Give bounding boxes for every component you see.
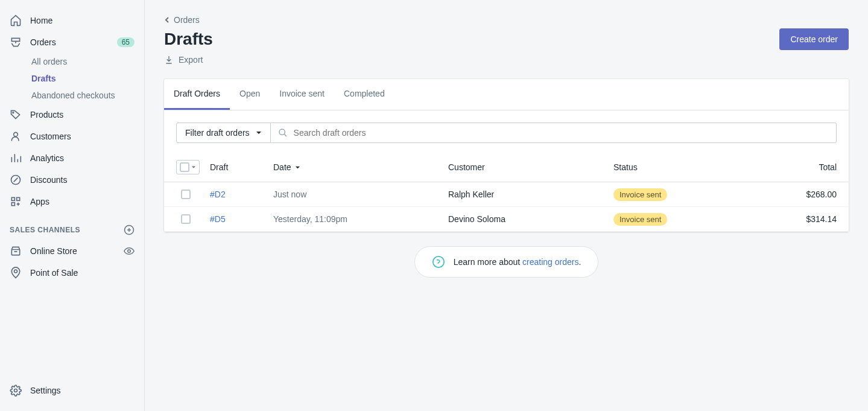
subnav-drafts[interactable]: Drafts [0,70,144,87]
nav-apps[interactable]: Apps [0,191,144,212]
breadcrumb[interactable]: Orders [164,15,200,25]
nav-products-label: Products [30,110,63,119]
main-content: Orders Drafts Create order Export Draft … [145,0,868,411]
tab-completed[interactable]: Completed [334,79,394,110]
page-title: Drafts [164,30,213,49]
search-wrap [271,123,837,143]
discount-icon [10,174,22,186]
export-button[interactable]: Export [164,55,203,65]
nav-analytics-label: Analytics [30,153,64,163]
breadcrumb-label: Orders [174,15,200,25]
svg-point-7 [128,250,131,253]
nav-home[interactable]: Home [0,10,144,31]
table-row[interactable]: #D2Just nowRalph KellerInvoice sent$268.… [164,182,849,207]
download-icon [164,55,174,65]
nav-discounts-label: Discounts [30,175,67,185]
table-header: Draft Date Customer Status Total [164,153,849,182]
plus-icon[interactable] [124,225,135,235]
header-date-label: Date [273,162,291,172]
nav-analytics[interactable]: Analytics [0,147,144,169]
sales-channels-label: SALES CHANNELS [10,226,80,234]
customer-value: Devino Soloma [448,214,613,224]
nav-settings[interactable]: Settings [0,380,144,401]
caret-down-icon [256,130,262,136]
tab-invoice-sent[interactable]: Invoice sent [270,79,334,110]
svg-rect-3 [11,197,14,200]
sort-desc-icon [295,165,300,170]
header-draft[interactable]: Draft [210,162,273,172]
row-checkbox[interactable] [181,190,191,199]
analytics-icon [10,152,22,164]
svg-point-9 [14,389,17,392]
svg-point-10 [279,129,285,135]
channel-pos-label: Point of Sale [30,268,78,278]
select-all-dropdown[interactable] [176,160,200,174]
filter-button[interactable]: Filter draft orders [176,123,271,143]
channel-point-of-sale[interactable]: Point of Sale [0,262,144,284]
nav-settings-label: Settings [30,386,61,395]
nav-home-label: Home [30,16,52,25]
total-value: $314.14 [770,214,837,224]
nav-orders-label: Orders [30,37,56,47]
draft-link[interactable]: #D2 [210,190,226,199]
status-badge: Invoice sent [613,213,667,226]
filter-button-label: Filter draft orders [185,128,250,138]
nav-orders[interactable]: Orders 65 [0,31,144,53]
drafts-card: Draft Orders Open Invoice sent Completed… [164,79,849,232]
subnav-abandoned[interactable]: Abandoned checkouts [0,87,144,104]
tabs: Draft Orders Open Invoice sent Completed [164,79,849,110]
header-date[interactable]: Date [273,162,448,172]
svg-point-0 [13,112,14,113]
help-suffix: . [578,257,581,267]
nav-discounts[interactable]: Discounts [0,169,144,191]
caret-down-icon [191,165,196,170]
store-icon [10,245,22,257]
customer-value: Ralph Keller [448,190,613,199]
row-checkbox[interactable] [181,214,191,224]
help-prefix: Learn more about [454,257,522,267]
create-order-button[interactable]: Create order [779,28,849,50]
select-all-checkbox[interactable] [180,162,189,172]
location-icon [10,267,22,279]
tab-draft-orders[interactable]: Draft Orders [164,79,230,110]
svg-rect-4 [17,197,20,200]
search-icon [278,128,288,138]
nav-customers[interactable]: Customers [0,126,144,147]
date-value: Yesterday, 11:09pm [273,214,448,224]
orders-badge: 65 [117,37,135,47]
channel-online-store-label: Online Store [30,246,77,256]
svg-point-8 [14,270,17,273]
search-input[interactable] [288,123,829,142]
draft-link[interactable]: #D5 [210,214,226,224]
svg-point-1 [14,132,18,136]
eye-icon[interactable] [124,246,135,256]
gear-icon [10,384,22,397]
export-label: Export [179,55,203,65]
svg-point-11 [432,256,443,267]
person-icon [10,130,22,142]
drafts-table: Draft Date Customer Status Total #D2Just… [164,153,849,232]
help-text: Learn more about creating orders. [454,257,581,267]
help-icon [432,255,445,269]
home-icon [10,14,22,27]
header-status[interactable]: Status [613,162,770,172]
header-total[interactable]: Total [770,162,837,172]
total-value: $268.00 [770,190,837,199]
subnav-all-orders[interactable]: All orders [0,53,144,70]
header-customer[interactable]: Customer [448,162,613,172]
orders-icon [10,36,22,48]
nav-apps-label: Apps [30,197,49,206]
svg-rect-5 [11,203,14,206]
status-badge: Invoice sent [613,188,667,201]
tab-open[interactable]: Open [230,79,270,110]
nav-products[interactable]: Products [0,104,144,126]
help-card: Learn more about creating orders. [414,246,599,278]
help-link[interactable]: creating orders [522,257,578,267]
date-value: Just now [273,190,448,199]
sidebar: Home Orders 65 All orders Drafts Abandon… [0,0,145,411]
table-row[interactable]: #D5Yesterday, 11:09pmDevino SolomaInvoic… [164,207,849,232]
apps-icon [10,196,22,208]
nav-customers-label: Customers [30,132,71,141]
chevron-left-icon [164,17,170,23]
channel-online-store[interactable]: Online Store [0,240,144,262]
